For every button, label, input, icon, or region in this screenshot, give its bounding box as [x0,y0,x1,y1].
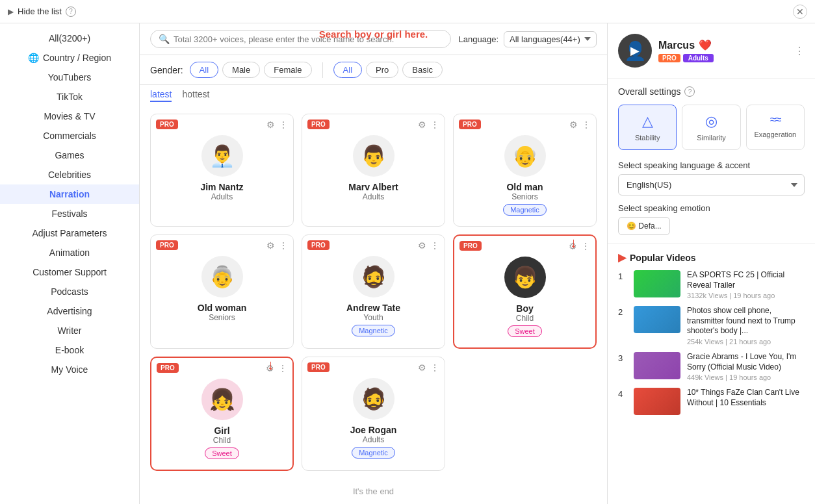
profile-avatar[interactable]: 👤 ▶ [618,34,652,68]
voice-card-old-woman[interactable]: PRO ⚙ ⋮ 👵 Old woman Seniors [150,234,294,349]
sidebar-item-commercials[interactable]: Commercials [0,126,139,145]
search-input-wrap[interactable]: 🔍 [150,30,451,48]
top-bar: ▶ Hide the list ? ✕ [0,0,815,23]
voice-card-marv-albert[interactable]: PRO ⚙ ⋮ 👨 Marv Albert Adults [302,114,445,227]
voice-tag: Magnetic [352,447,395,459]
sidebar-item-tiktok[interactable]: TikTok [0,87,139,107]
settings-icon[interactable]: ⚙ [266,120,275,130]
gender-filter: Gender: All Male Female [150,62,312,78]
search-input[interactable] [174,34,443,44]
avatar: 🧔 [353,378,395,420]
sidebar-item-e-book[interactable]: E-book [0,340,139,360]
settings-icon[interactable]: ⚙ [569,120,578,130]
voice-category: Adults [363,192,384,201]
sidebar-item-customer-support[interactable]: Customer Support [0,262,139,282]
more-options-icon[interactable]: ⋮ [794,45,805,57]
video-item-4[interactable]: 4 10* Things FaZe Clan Can't Live Withou… [618,388,805,415]
sidebar-item-celebrities[interactable]: Celebrities [0,165,139,184]
badge-pro: PRO [658,54,680,62]
video-item-1[interactable]: 1 EA SPORTS FC 25 | Official Reveal Trai… [618,270,805,299]
sidebar: All(3200+) 🌐 Country / Region YouTubers … [0,23,140,504]
voice-name: Girl [214,425,229,436]
sidebar-item-animation[interactable]: Animation [0,243,139,262]
sidebar-item-youtubers[interactable]: YouTubers [0,68,139,87]
voice-card-old-man[interactable]: PRO ⚙ ⋮ 👴 Old man Seniors Magnetic [453,114,597,227]
voice-card-girl[interactable]: PRO ⚙ ⋮ ↓ 👧 Girl Child Sweet [150,357,294,471]
sidebar-item-my-voice[interactable]: My Voice [0,360,139,379]
settings-info-icon[interactable]: ? [684,86,695,97]
sidebar-item-movies-tv[interactable]: Movies & TV [0,107,139,126]
similarity-label: Similarity [697,134,726,142]
settings-icon[interactable]: ⚙ [418,240,426,251]
play-overlay[interactable]: ▶ [618,34,652,68]
gender-label: Gender: [150,65,183,75]
info-icon[interactable]: ? [66,6,76,17]
search-icon: 🔍 [159,34,170,44]
filter-gender-male[interactable]: Male [222,62,260,78]
center-panel: 🔍 Search boy or girl here. Language: All… [140,23,607,504]
voice-card-andrew-tate[interactable]: PRO ⚙ ⋮ 🧔 Andrew Tate Youth Magnetic [302,234,445,349]
pro-badge: PRO [156,120,178,129]
voice-card-boy[interactable]: PRO ⚙ ⋮ ↓ 👦 Boy Child Sweet [453,234,597,349]
stability-btn[interactable]: △ Stability [618,105,677,150]
filter-gender-all[interactable]: All [190,62,218,78]
emotion-select-btn[interactable]: 😊 Defa... [618,217,670,235]
filter-type-pro[interactable]: Pro [366,62,398,78]
language-select[interactable]: All languages(44+) [504,31,597,47]
settings-icon[interactable]: ⚙ [266,240,275,251]
more-options-icon[interactable]: ⋮ [581,241,590,251]
settings-icon[interactable]: ⚙ [418,362,426,373]
settings-icon[interactable]: ⚙ [418,120,426,130]
close-button[interactable]: ✕ [793,5,807,19]
sidebar-item-games[interactable]: Games [0,145,139,165]
filter-type-basic[interactable]: Basic [402,62,443,78]
more-options-icon[interactable]: ⋮ [279,120,288,130]
card-actions: ⚙ ⋮ [418,240,439,251]
similarity-btn[interactable]: ◎ Similarity [682,105,740,150]
hide-list-label[interactable]: Hide the list [18,6,62,16]
filter-gender-female[interactable]: Female [264,62,311,78]
sidebar-item-writer[interactable]: Writer [0,321,139,340]
exaggeration-btn[interactable]: ≈≈ Exaggeration [746,105,805,150]
video-meta: 3132k Views | 19 hours ago [687,292,805,299]
filter-type-all[interactable]: All [333,62,362,78]
voice-name: Boy [516,303,533,314]
more-options-icon[interactable]: ⋮ [278,363,287,373]
sidebar-item-adjust[interactable]: Adjust Parameters [0,223,139,243]
more-options-icon[interactable]: ⋮ [279,240,288,251]
voice-name: Old man [506,182,543,192]
more-options-icon[interactable]: ⋮ [582,120,591,130]
sidebar-item-festivals[interactable]: Festivals [0,204,139,223]
stability-label: Stability [635,134,660,142]
profile-info: Marcus ❤️ PRO Adults [658,39,788,62]
tab-latest[interactable]: latest [150,89,172,102]
profile-section: 👤 ▶ Marcus ❤️ PRO Adults ⋮ [608,23,815,79]
speaking-language-select[interactable]: English(US) [618,174,805,195]
voice-category: Seniors [511,192,538,201]
sidebar-item-advertising[interactable]: Advertising [0,301,139,321]
end-text: It's the end [140,479,607,504]
video-info: EA SPORTS FC 25 | Official Reveal Traile… [687,270,805,299]
voice-category: Youth [363,313,383,322]
more-options-icon[interactable]: ⋮ [430,362,439,373]
exaggeration-label: Exaggeration [754,131,796,138]
sidebar-item-all[interactable]: All(3200+) [0,29,139,48]
voice-card-joe-rogan[interactable]: PRO ⚙ ⋮ 🧔 Joe Rogan Adults Magnetic [302,357,445,471]
tab-hottest[interactable]: hottest [182,89,209,102]
sidebar-item-podcasts[interactable]: Podcasts [0,282,139,301]
more-options-icon[interactable]: ⋮ [430,240,439,251]
avatar: 👦 [504,257,546,298]
top-bar-left: ▶ Hide the list ? [8,6,76,17]
more-options-icon[interactable]: ⋮ [430,120,439,130]
video-thumb [634,270,680,297]
video-item-3[interactable]: 3 Gracie Abrams - I Love You, I'm Sorry … [618,352,805,381]
video-title: Gracie Abrams - I Love You, I'm Sorry (O… [687,352,805,372]
sidebar-item-narration[interactable]: ➜ Narration [0,184,139,204]
avatar: 🧔 [353,256,395,297]
sidebar-item-country[interactable]: 🌐 Country / Region [0,48,139,68]
video-item-2[interactable]: 2 Photos show cell phone, transmitter fo… [618,306,805,346]
voice-card-jim-nantz[interactable]: PRO ⚙ ⋮ 👨‍💼 Jim Nantz Adults [150,114,294,227]
video-title: EA SPORTS FC 25 | Official Reveal Traile… [687,270,805,290]
voice-tag: Magnetic [503,204,547,216]
girl-arrow-icon: ↓ [267,357,274,373]
